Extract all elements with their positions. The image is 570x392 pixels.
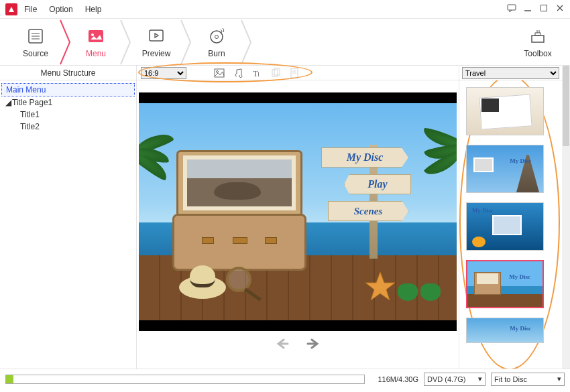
menu-preview-canvas: My Disc Play Scenes bbox=[139, 92, 457, 331]
template-thumb-1-label: My Disc bbox=[510, 157, 531, 164]
disc-size-text: 116M/4.30G bbox=[370, 375, 418, 383]
menu-icon bbox=[86, 26, 106, 46]
prev-page-button[interactable] bbox=[275, 338, 290, 350]
titlebar: File Option Help bbox=[0, 0, 570, 19]
step-menu[interactable]: Menu bbox=[66, 19, 126, 66]
page-nav bbox=[275, 338, 321, 350]
svg-rect-2 bbox=[541, 5, 547, 11]
maximize-button[interactable] bbox=[539, 4, 549, 14]
preview-icon bbox=[146, 26, 166, 46]
tree-title-page-label: Title Page1 bbox=[12, 98, 52, 107]
template-thumb-3-label: My Disc bbox=[509, 273, 530, 280]
text-tool-icon[interactable]: TI bbox=[251, 67, 263, 79]
template-thumb-0[interactable] bbox=[466, 87, 544, 135]
step-source-label: Source bbox=[23, 49, 48, 58]
magnifier-graphic bbox=[226, 267, 251, 292]
sign-play[interactable]: Play bbox=[344, 174, 411, 194]
disc-type-select[interactable]: DVD (4.7G)▾ bbox=[424, 373, 486, 386]
chevron-down-icon: ▾ bbox=[478, 375, 482, 383]
svg-rect-19 bbox=[215, 69, 224, 77]
step-burn[interactable]: Burn bbox=[186, 19, 247, 66]
svg-rect-15 bbox=[532, 36, 544, 42]
step-preview-label: Preview bbox=[142, 49, 171, 58]
svg-marker-28 bbox=[365, 272, 395, 300]
menu-option[interactable]: Option bbox=[49, 5, 72, 14]
step-bar: Source Menu Preview Burn Toolbox bbox=[0, 19, 570, 66]
menu-toolbar: 16:9 TI bbox=[137, 66, 459, 80]
disc-type-label: DVD (4.7G) bbox=[427, 375, 465, 383]
template-thumb-2-label: My Disc bbox=[472, 207, 531, 214]
template-category-select[interactable]: Travel bbox=[462, 67, 559, 79]
burn-icon bbox=[207, 26, 227, 46]
sunglasses-graphic bbox=[398, 283, 441, 303]
tree-title2[interactable]: Title2 bbox=[1, 121, 135, 133]
menu-help[interactable]: Help bbox=[85, 5, 102, 14]
source-icon bbox=[25, 26, 46, 46]
fit-select[interactable]: Fit to Disc▾ bbox=[491, 373, 565, 386]
template-thumb-1[interactable]: My Disc bbox=[466, 145, 544, 193]
toolbox-button[interactable]: Toolbox bbox=[511, 26, 565, 58]
signpost: My Disc Play Scenes bbox=[321, 145, 422, 259]
template-scrollbar[interactable] bbox=[562, 66, 570, 369]
tree-main-menu[interactable]: Main Menu bbox=[1, 83, 135, 96]
thumbnail-frame[interactable] bbox=[183, 155, 296, 210]
tree-title-page[interactable]: ◢Title Page1 bbox=[1, 96, 135, 109]
menu-file[interactable]: File bbox=[24, 5, 37, 14]
status-bar: 116M/4.30G DVD (4.7G)▾ Fit to Disc▾ bbox=[0, 369, 570, 389]
svg-rect-9 bbox=[89, 30, 103, 42]
svg-point-14 bbox=[215, 35, 219, 38]
menubar: File Option Help bbox=[24, 5, 101, 14]
svg-rect-11 bbox=[150, 30, 163, 41]
tree-title1[interactable]: Title1 bbox=[1, 109, 135, 121]
svg-point-10 bbox=[91, 34, 94, 36]
template-thumb-4-label: My Disc bbox=[510, 325, 531, 332]
window-controls bbox=[507, 3, 565, 15]
next-page-button[interactable] bbox=[306, 338, 321, 350]
menu-structure-header: Menu Structure bbox=[0, 66, 136, 80]
copy-tool-icon[interactable] bbox=[270, 67, 282, 79]
image-tool-icon[interactable] bbox=[213, 67, 225, 79]
step-source[interactable]: Source bbox=[5, 19, 66, 66]
template-thumb-3[interactable]: My Disc bbox=[466, 260, 544, 308]
menu-tree: Main Menu ◢Title Page1 Title1 Title2 bbox=[0, 80, 136, 135]
music-tool-icon[interactable] bbox=[232, 67, 244, 79]
step-preview[interactable]: Preview bbox=[126, 19, 186, 66]
sign-title[interactable]: My Disc bbox=[321, 147, 408, 168]
fit-label: Fit to Disc bbox=[494, 375, 527, 383]
step-menu-label: Menu bbox=[86, 49, 106, 58]
minimize-button[interactable] bbox=[523, 4, 532, 14]
aspect-ratio-select[interactable]: 16:9 bbox=[141, 67, 186, 79]
sign-scenes[interactable]: Scenes bbox=[328, 201, 408, 221]
chevron-down-icon: ▾ bbox=[557, 375, 561, 383]
step-burn-label: Burn bbox=[208, 49, 225, 58]
svg-point-13 bbox=[211, 31, 223, 43]
suitcase-graphic bbox=[172, 143, 306, 277]
svg-marker-12 bbox=[155, 34, 158, 38]
hat-graphic bbox=[179, 276, 226, 299]
app-logo bbox=[5, 3, 17, 15]
feedback-icon[interactable] bbox=[507, 3, 516, 15]
svg-text:I: I bbox=[258, 71, 260, 78]
close-button[interactable] bbox=[555, 4, 565, 14]
template-list: My Disc My Disc My Disc My Disc bbox=[459, 80, 562, 369]
template-thumb-2[interactable]: My Disc bbox=[466, 202, 544, 251]
toolbox-label: Toolbox bbox=[524, 49, 551, 58]
toolbox-icon bbox=[528, 26, 548, 46]
template-thumb-4[interactable]: My Disc bbox=[466, 318, 544, 343]
disc-capacity-bar bbox=[5, 375, 365, 384]
svg-point-20 bbox=[217, 70, 219, 72]
starfish-graphic bbox=[364, 271, 396, 303]
doc-tool-icon[interactable] bbox=[288, 67, 300, 79]
svg-rect-0 bbox=[508, 5, 516, 10]
